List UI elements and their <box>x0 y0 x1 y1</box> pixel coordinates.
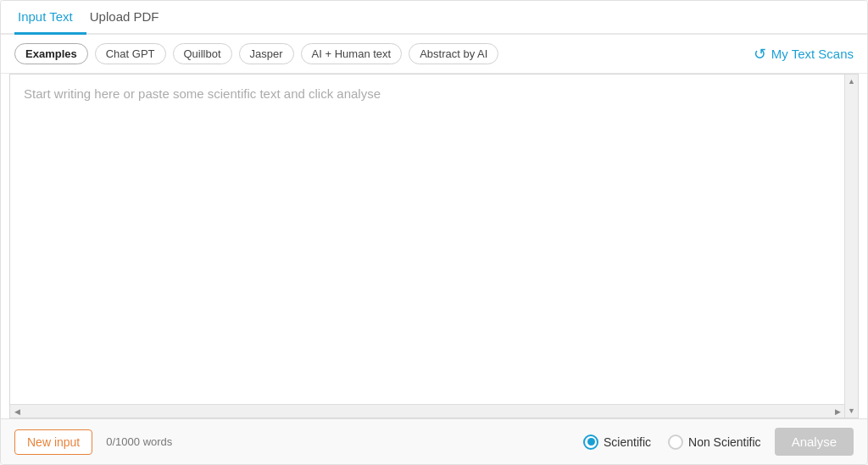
horizontal-scrollbar: ◀ ▶ <box>10 404 844 418</box>
pills-container: Examples Chat GPT Quillbot Jasper AI + H… <box>14 43 754 64</box>
examples-row: Examples Chat GPT Quillbot Jasper AI + H… <box>1 35 867 74</box>
pill-jasper[interactable]: Jasper <box>239 43 294 64</box>
tab-input-text[interactable]: Input Text <box>14 1 86 35</box>
scroll-right-arrow[interactable]: ▶ <box>831 405 844 418</box>
vertical-scrollbar: ▲ ▼ <box>844 75 858 418</box>
scroll-down-arrow[interactable]: ▼ <box>845 404 859 418</box>
text-input[interactable] <box>10 75 858 418</box>
pill-ai-human[interactable]: AI + Human text <box>301 43 403 64</box>
scientific-option[interactable]: Scientific <box>583 435 651 450</box>
main-container: Input Text Upload PDF Examples Chat GPT … <box>0 0 868 465</box>
scientific-label: Scientific <box>604 435 651 449</box>
tab-upload-pdf[interactable]: Upload PDF <box>86 1 173 35</box>
scientific-radio[interactable] <box>583 435 598 450</box>
pill-examples[interactable]: Examples <box>14 43 88 64</box>
scroll-up-arrow[interactable]: ▲ <box>845 75 859 88</box>
scroll-left-arrow[interactable]: ◀ <box>10 405 24 418</box>
pill-abstract-ai[interactable]: Abstract by AI <box>409 43 498 64</box>
pill-chat-gpt[interactable]: Chat GPT <box>95 43 166 64</box>
non-scientific-radio[interactable] <box>668 435 683 450</box>
pill-quillbot[interactable]: Quillbot <box>173 43 232 64</box>
my-text-scans-label: My Text Scans <box>771 47 854 61</box>
history-icon: ↺ <box>754 45 766 64</box>
word-count: 0/1000 words <box>106 435 570 448</box>
non-scientific-label: Non Scientific <box>688 435 761 449</box>
my-text-scans-button[interactable]: ↺ My Text Scans <box>754 45 854 64</box>
bottom-bar: New input 0/1000 words Scientific Non Sc… <box>1 418 867 464</box>
new-input-button[interactable]: New input <box>14 429 92 455</box>
analyse-button[interactable]: Analyse <box>775 428 854 456</box>
radio-group: Scientific Non Scientific <box>583 435 761 450</box>
non-scientific-option[interactable]: Non Scientific <box>668 435 761 450</box>
textarea-wrapper: ▲ ▼ ◀ ▶ <box>9 74 859 418</box>
top-tabs: Input Text Upload PDF <box>1 1 867 35</box>
